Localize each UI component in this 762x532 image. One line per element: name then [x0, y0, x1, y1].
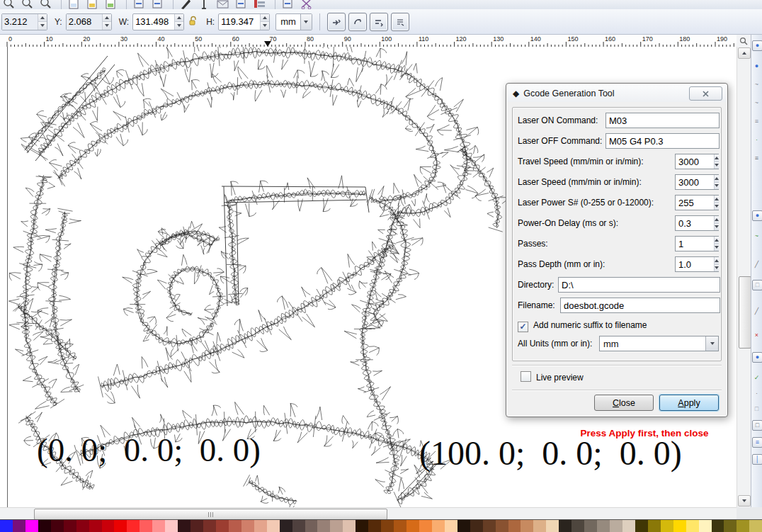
palette-swatch-35[interactable]: [445, 520, 457, 532]
laser-on-input[interactable]: [605, 113, 720, 128]
scroll-down-icon[interactable]: [738, 495, 751, 506]
palette-swatch-15[interactable]: [190, 520, 203, 532]
palette-swatch-43[interactable]: [546, 520, 559, 532]
laser-power-input[interactable]: [676, 196, 714, 210]
palette-swatch-13[interactable]: [165, 520, 178, 532]
palette-swatch-52[interactable]: [661, 520, 673, 532]
palette-swatch-44[interactable]: [559, 520, 572, 532]
snap-grid-icon[interactable]: □: [752, 404, 761, 414]
palette-swatch-37[interactable]: [470, 520, 483, 532]
palette-swatch-6[interactable]: [76, 520, 89, 532]
snap-intersection-icon[interactable]: ~: [752, 232, 761, 241]
laser-off-input[interactable]: [605, 133, 720, 149]
snap-bbox-edge-icon[interactable]: ~: [752, 80, 761, 89]
palette-swatch-9[interactable]: [114, 520, 127, 532]
palette-swatch-29[interactable]: [368, 520, 381, 532]
snap-path-icon[interactable]: ●: [752, 210, 762, 221]
palette-swatch-2[interactable]: [25, 520, 38, 532]
directory-input[interactable]: [558, 277, 720, 293]
palette-swatch-14[interactable]: [178, 520, 190, 532]
pen-icon[interactable]: [180, 0, 191, 10]
palette-swatch-0[interactable]: [0, 520, 13, 532]
scissors-icon[interactable]: [300, 0, 313, 10]
palette-swatch-25[interactable]: [317, 520, 330, 532]
mail-icon[interactable]: [217, 0, 229, 10]
laser-power-arrows[interactable]: [714, 196, 719, 210]
doc-print-icon[interactable]: [133, 0, 144, 10]
horizontal-scroll-thumb[interactable]: [34, 509, 387, 520]
width-spinner[interactable]: [132, 13, 184, 30]
palette-swatch-56[interactable]: [712, 520, 724, 532]
snap-midpoint-icon[interactable]: ╱: [752, 307, 761, 316]
power-delay-arrows[interactable]: [714, 216, 719, 230]
snap-toggle-icon[interactable]: ●: [752, 40, 762, 51]
width-spin-arrows[interactable]: [174, 14, 183, 30]
palette-swatch-5[interactable]: [64, 520, 76, 532]
snap-guide-int-icon[interactable]: ≡: [752, 437, 762, 448]
page-save-icon[interactable]: [105, 0, 116, 10]
snap-bbox-midpoint-icon[interactable]: ≡: [752, 117, 761, 126]
palette-swatch-33[interactable]: [419, 520, 432, 532]
palette-swatch-58[interactable]: [737, 520, 749, 532]
transform-stroke-button[interactable]: [327, 13, 346, 31]
palette-swatch-1[interactable]: [13, 520, 25, 532]
units-dropdown-arrow-icon[interactable]: [300, 14, 312, 30]
snap-bbox-corner-icon[interactable]: ~: [752, 98, 761, 108]
text-tool-icon[interactable]: [198, 0, 210, 10]
horizontal-scrollbar[interactable]: [0, 507, 737, 519]
laser-speed-input[interactable]: [676, 175, 714, 189]
transform-gradient-button[interactable]: [370, 13, 388, 31]
height-spinner[interactable]: [218, 13, 270, 30]
snap-guide-icon[interactable]: □: [752, 420, 762, 431]
palette-swatch-8[interactable]: [102, 520, 115, 532]
zoom-corner-icon[interactable]: [737, 35, 751, 47]
palette-swatch-39[interactable]: [496, 520, 508, 532]
snap-others-icon[interactable]: │: [752, 454, 762, 465]
transform-pattern-button[interactable]: [391, 13, 409, 31]
zoom-width-icon[interactable]: [40, 0, 51, 10]
palette-swatch-11[interactable]: [140, 520, 152, 532]
palette-swatch-50[interactable]: [635, 520, 648, 532]
travel-speed-arrows[interactable]: [714, 154, 719, 169]
passes-arrows[interactable]: [714, 237, 719, 251]
palette-swatch-7[interactable]: [89, 520, 102, 532]
palette-swatch-55[interactable]: [699, 520, 712, 532]
snap-text-baseline-icon[interactable]: ✓: [752, 373, 761, 383]
palette-swatch-24[interactable]: [305, 520, 318, 532]
palette-swatch-17[interactable]: [216, 520, 229, 532]
palette-swatch-46[interactable]: [584, 520, 597, 532]
scroll-up-icon[interactable]: [738, 47, 751, 59]
palette-swatch-18[interactable]: [229, 520, 241, 532]
y-position-input[interactable]: [67, 14, 102, 30]
snap-cusp-node-icon[interactable]: ╱: [752, 260, 761, 269]
paste-icon[interactable]: [282, 0, 293, 10]
pass-depth-input[interactable]: [676, 257, 714, 271]
zoom-drawing-icon[interactable]: [3, 0, 14, 10]
power-delay-spinner[interactable]: [675, 215, 719, 231]
travel-speed-input[interactable]: [676, 154, 714, 169]
snap-smooth-node-icon[interactable]: □: [752, 280, 762, 290]
laser-speed-spinner[interactable]: [675, 174, 719, 190]
all-units-combobox[interactable]: mm: [599, 336, 719, 351]
palette-swatch-20[interactable]: [254, 520, 267, 532]
all-units-dropdown-icon[interactable]: [705, 336, 718, 351]
suffix-checkbox-row[interactable]: ✓Add numeric suffix to filename: [518, 317, 647, 333]
palette-swatch-26[interactable]: [330, 520, 343, 532]
palette-swatch-30[interactable]: [381, 520, 394, 532]
palette-swatch-23[interactable]: [292, 520, 305, 532]
transform-corners-button[interactable]: [348, 13, 367, 31]
passes-spinner[interactable]: [675, 236, 719, 251]
palette-swatch-49[interactable]: [622, 520, 635, 532]
palette-swatch-34[interactable]: [432, 520, 445, 532]
palette-swatch-48[interactable]: [610, 520, 622, 532]
snap-bbox-icon[interactable]: ●: [752, 62, 761, 71]
suffix-checkbox[interactable]: ✓: [518, 322, 528, 332]
laser-power-spinner[interactable]: [675, 195, 719, 210]
palette-swatch-19[interactable]: [241, 520, 254, 532]
main-toolbar-clipped[interactable]: [0, 0, 762, 10]
node-box-icon[interactable]: [235, 0, 246, 10]
power-delay-input[interactable]: [676, 216, 714, 230]
palette-swatch-57[interactable]: [724, 520, 737, 532]
palette-swatch-21[interactable]: [267, 520, 280, 532]
palette-swatch-47[interactable]: [597, 520, 610, 532]
